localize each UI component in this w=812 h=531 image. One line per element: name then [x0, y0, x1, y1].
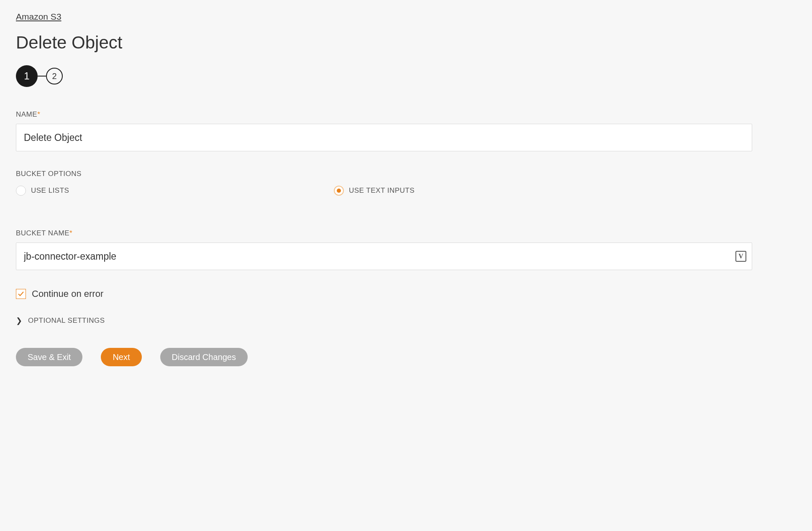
variable-picker-icon[interactable]: V — [735, 251, 746, 262]
chevron-right-icon: ❯ — [16, 316, 22, 325]
breadcrumb-link-amazon-s3[interactable]: Amazon S3 — [16, 12, 61, 21]
radio-button-icon — [16, 186, 26, 196]
optional-settings-toggle[interactable]: ❯ OPTIONAL SETTINGS — [16, 316, 796, 325]
bucket-options-label: BUCKET OPTIONS — [16, 170, 796, 178]
name-label: NAME* — [16, 110, 796, 119]
required-star-icon: * — [69, 229, 72, 237]
required-star-icon: * — [37, 110, 40, 118]
radio-use-lists[interactable]: USE LISTS — [16, 186, 334, 196]
continue-on-error-checkbox[interactable]: Continue on error — [16, 288, 796, 299]
radio-use-text-inputs[interactable]: USE TEXT INPUTS — [334, 186, 652, 196]
radio-use-lists-label: USE LISTS — [31, 186, 69, 195]
wizard-stepper: 1 2 — [16, 65, 796, 87]
step-separator — [38, 76, 46, 77]
radio-use-text-inputs-label: USE TEXT INPUTS — [349, 186, 415, 195]
name-input[interactable] — [16, 124, 752, 151]
page-title: Delete Object — [16, 33, 796, 53]
bucket-options-radio-group: USE LISTS USE TEXT INPUTS — [16, 186, 796, 196]
continue-on-error-label: Continue on error — [32, 288, 103, 299]
next-button[interactable]: Next — [101, 348, 141, 366]
radio-button-selected-icon — [334, 186, 344, 196]
wizard-button-row: Save & Exit Next Discard Changes — [16, 348, 796, 366]
breadcrumb: Amazon S3 — [16, 12, 796, 22]
step-2[interactable]: 2 — [46, 68, 63, 84]
discard-changes-button[interactable]: Discard Changes — [160, 348, 248, 366]
bucket-name-input[interactable] — [16, 243, 752, 270]
step-1[interactable]: 1 — [16, 65, 38, 87]
save-and-exit-button[interactable]: Save & Exit — [16, 348, 82, 366]
bucket-name-label: BUCKET NAME* — [16, 229, 796, 237]
checkbox-checked-icon — [16, 289, 26, 299]
optional-settings-label: OPTIONAL SETTINGS — [28, 317, 105, 325]
